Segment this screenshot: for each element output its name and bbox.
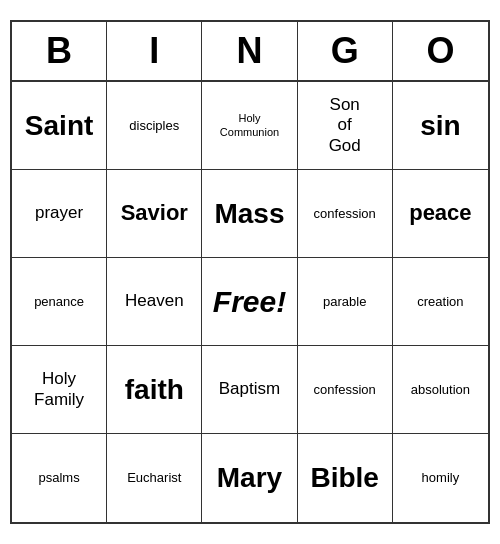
bingo-cell: faith xyxy=(107,346,202,434)
cell-text: SonofGod xyxy=(329,95,361,156)
cell-text: Eucharist xyxy=(127,470,181,486)
header-letter: O xyxy=(393,22,488,80)
bingo-header: BINGO xyxy=(12,22,488,82)
bingo-cell: Eucharist xyxy=(107,434,202,522)
cell-text: peace xyxy=(409,200,471,226)
bingo-cell: Savior xyxy=(107,170,202,258)
bingo-grid: SaintdisciplesHolyCommunionSonofGodsinpr… xyxy=(12,82,488,522)
cell-text: Mary xyxy=(217,461,282,495)
bingo-cell: Saint xyxy=(12,82,107,170)
cell-text: disciples xyxy=(129,118,179,134)
bingo-cell: disciples xyxy=(107,82,202,170)
cell-text: Baptism xyxy=(219,379,280,399)
bingo-cell: confession xyxy=(298,170,393,258)
bingo-cell: sin xyxy=(393,82,488,170)
cell-text: Mass xyxy=(214,197,284,231)
bingo-card: BINGO SaintdisciplesHolyCommunionSonofGo… xyxy=(10,20,490,524)
cell-text: HolyCommunion xyxy=(220,112,279,138)
cell-text: penance xyxy=(34,294,84,310)
bingo-cell: HolyCommunion xyxy=(202,82,297,170)
cell-text: Saint xyxy=(25,109,93,143)
cell-text: psalms xyxy=(39,470,80,486)
bingo-cell: absolution xyxy=(393,346,488,434)
header-letter: N xyxy=(202,22,297,80)
cell-text: confession xyxy=(314,382,376,398)
bingo-cell: homily xyxy=(393,434,488,522)
bingo-cell: Bible xyxy=(298,434,393,522)
bingo-cell: Baptism xyxy=(202,346,297,434)
cell-text: Free! xyxy=(213,285,286,319)
cell-text: Heaven xyxy=(125,291,184,311)
bingo-cell: Heaven xyxy=(107,258,202,346)
cell-text: HolyFamily xyxy=(34,369,84,410)
cell-text: absolution xyxy=(411,382,470,398)
header-letter: G xyxy=(298,22,393,80)
cell-text: prayer xyxy=(35,203,83,223)
cell-text: creation xyxy=(417,294,463,310)
cell-text: sin xyxy=(420,109,460,143)
cell-text: Savior xyxy=(121,200,188,226)
cell-text: confession xyxy=(314,206,376,222)
bingo-cell: Mary xyxy=(202,434,297,522)
cell-text: parable xyxy=(323,294,366,310)
bingo-cell: psalms xyxy=(12,434,107,522)
bingo-cell: Free! xyxy=(202,258,297,346)
bingo-cell: penance xyxy=(12,258,107,346)
bingo-cell: parable xyxy=(298,258,393,346)
bingo-cell: SonofGod xyxy=(298,82,393,170)
header-letter: I xyxy=(107,22,202,80)
bingo-cell: Mass xyxy=(202,170,297,258)
bingo-cell: prayer xyxy=(12,170,107,258)
bingo-cell: confession xyxy=(298,346,393,434)
cell-text: homily xyxy=(422,470,460,486)
header-letter: B xyxy=(12,22,107,80)
cell-text: Bible xyxy=(310,461,378,495)
cell-text: faith xyxy=(125,373,184,407)
bingo-cell: peace xyxy=(393,170,488,258)
bingo-cell: HolyFamily xyxy=(12,346,107,434)
bingo-cell: creation xyxy=(393,258,488,346)
